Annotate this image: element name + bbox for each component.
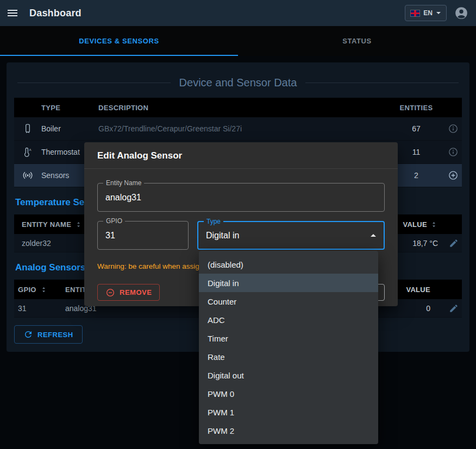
entity-name-label: Entity Name bbox=[103, 180, 144, 187]
menu-item-adc[interactable]: ADC bbox=[199, 311, 378, 329]
add-sensor-button[interactable] bbox=[438, 170, 462, 181]
header-entity-name: ENTITY NAME bbox=[22, 220, 71, 229]
page-title-row: Device and Sensor Data bbox=[14, 62, 462, 98]
menu-item-timer[interactable]: Timer bbox=[199, 329, 378, 347]
divider-line bbox=[17, 83, 171, 83]
menu-item-pwm2[interactable]: PWM 2 bbox=[199, 421, 378, 440]
menu-item-pwm1[interactable]: PWM 1 bbox=[199, 403, 378, 421]
device-entities: 67 bbox=[394, 124, 438, 133]
svg-text:A: A bbox=[29, 148, 32, 151]
header-entities: ENTITIES bbox=[394, 104, 438, 112]
pencil-icon bbox=[449, 238, 459, 248]
edit-button[interactable] bbox=[438, 238, 462, 248]
account-icon bbox=[454, 6, 468, 20]
menu-item-counter[interactable]: Counter bbox=[199, 292, 378, 311]
account-button[interactable] bbox=[454, 6, 468, 20]
chevron-down-icon bbox=[436, 12, 441, 14]
tab-devices-sensors[interactable]: DEVICES & SENSORS bbox=[0, 26, 238, 56]
type-selected-value: Digital in bbox=[206, 231, 371, 241]
sort-value-button[interactable] bbox=[430, 220, 438, 229]
device-entities: 2 bbox=[394, 171, 438, 180]
menu-item-pwm0[interactable]: PWM 0 bbox=[199, 384, 378, 403]
info-button[interactable] bbox=[438, 123, 462, 134]
divider-line bbox=[305, 83, 459, 83]
sort-icon bbox=[74, 220, 83, 229]
pencil-icon bbox=[449, 303, 459, 313]
gpio-input[interactable] bbox=[105, 231, 180, 241]
app-title: Dashboard bbox=[29, 8, 82, 19]
header-gpio: GPIO bbox=[18, 286, 36, 294]
refresh-button[interactable]: REFRESH bbox=[14, 325, 83, 344]
menu-item-rate[interactable]: Rate bbox=[199, 347, 378, 366]
header-value: VALUE bbox=[403, 220, 427, 229]
remove-circle-icon bbox=[105, 288, 115, 298]
entity-name-input[interactable] bbox=[105, 193, 377, 203]
device-type: Boiler bbox=[41, 124, 98, 133]
type-label: Type bbox=[204, 218, 223, 225]
edit-button[interactable] bbox=[438, 303, 462, 313]
info-button[interactable] bbox=[438, 147, 462, 157]
tab-status[interactable]: STATUS bbox=[238, 26, 476, 56]
info-icon bbox=[448, 123, 459, 134]
remove-button[interactable]: REMOVE bbox=[97, 284, 160, 301]
type-dropdown-menu: (disabled) Digital in Counter ADC Timer … bbox=[199, 251, 378, 444]
language-selector[interactable]: EN bbox=[405, 5, 447, 21]
info-icon bbox=[448, 147, 459, 157]
entity-name-field[interactable]: Entity Name bbox=[97, 183, 385, 212]
page-title: Device and Sensor Data bbox=[179, 77, 297, 89]
plus-circle-icon bbox=[448, 170, 459, 181]
menu-button[interactable] bbox=[8, 10, 17, 16]
device-entities: 11 bbox=[394, 148, 438, 156]
dialog-title: Edit Analog Sensor bbox=[84, 142, 398, 169]
thermostat-icon: A bbox=[14, 147, 41, 157]
device-description: GBx72/Trendline/Cerapur/Greenstar Si/27i bbox=[98, 124, 394, 133]
remove-label: REMOVE bbox=[120, 288, 152, 296]
header-description: DESCRIPTION bbox=[98, 104, 394, 112]
header-type: TYPE bbox=[41, 104, 98, 112]
sensor-gpio: 31 bbox=[14, 304, 65, 313]
sort-gpio-button[interactable] bbox=[40, 286, 48, 294]
hamburger-icon bbox=[8, 10, 17, 16]
language-label: EN bbox=[423, 9, 433, 17]
sensors-icon bbox=[14, 169, 41, 181]
type-select[interactable]: Type Digital in bbox=[197, 221, 385, 250]
gpio-field[interactable]: GPIO bbox=[97, 221, 189, 250]
table-row-boiler[interactable]: Boiler GBx72/Trendline/Cerapur/Greenstar… bbox=[14, 117, 462, 141]
uk-flag-icon bbox=[411, 10, 419, 16]
gpio-label: GPIO bbox=[103, 218, 125, 225]
tab-bar: DEVICES & SENSORS STATUS bbox=[0, 26, 476, 56]
menu-item-digital-out[interactable]: Digital out bbox=[199, 366, 378, 384]
boiler-icon bbox=[14, 123, 41, 134]
sort-icon bbox=[40, 286, 48, 294]
refresh-label: REFRESH bbox=[37, 331, 73, 339]
app-bar: Dashboard EN bbox=[0, 0, 476, 26]
refresh-icon bbox=[23, 330, 33, 339]
sort-icon bbox=[430, 220, 438, 229]
menu-item-digital-in[interactable]: Digital in bbox=[199, 274, 378, 292]
chevron-up-icon bbox=[371, 234, 376, 237]
sort-entity-name-button[interactable] bbox=[74, 220, 83, 229]
device-table-header: TYPE DESCRIPTION ENTITIES bbox=[14, 98, 462, 117]
menu-item-disabled[interactable]: (disabled) bbox=[199, 255, 378, 274]
